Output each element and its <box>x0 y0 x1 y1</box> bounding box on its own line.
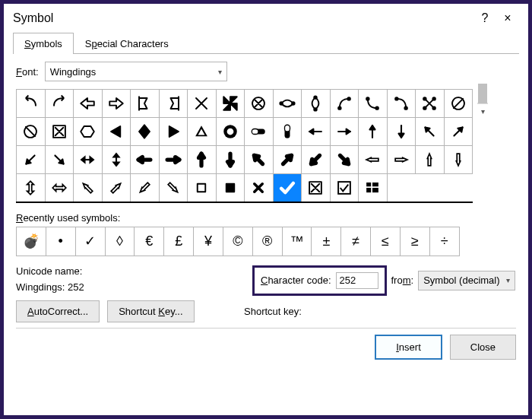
symbol-cell[interactable] <box>387 146 416 174</box>
recent-symbol-cell[interactable]: ™ <box>282 227 312 256</box>
symbol-cell[interactable] <box>45 90 74 118</box>
recent-symbol-cell[interactable]: ÷ <box>429 227 459 256</box>
symbol-cell[interactable] <box>302 118 331 146</box>
symbol-cell[interactable] <box>159 90 188 118</box>
symbol-cell[interactable] <box>330 118 359 146</box>
symbol-cell[interactable] <box>302 146 331 174</box>
symbol-cell[interactable] <box>74 146 103 174</box>
shortcut-key-label: Shortcut key: <box>244 306 516 317</box>
symbol-cell[interactable] <box>273 90 302 118</box>
symbol-cell[interactable] <box>74 118 103 146</box>
symbol-cell[interactable] <box>359 90 388 118</box>
recent-symbol-cell[interactable]: ≠ <box>341 227 371 256</box>
recent-symbol-cell[interactable]: ≥ <box>400 227 429 256</box>
from-dropdown[interactable]: Symbol (decimal) ▾ <box>418 271 515 290</box>
symbol-cell[interactable] <box>416 90 445 118</box>
symbol-cell[interactable] <box>359 118 388 146</box>
symbol-cell[interactable] <box>245 90 274 118</box>
symbol-cell[interactable] <box>330 146 359 174</box>
recent-symbol-cell[interactable]: © <box>223 227 252 256</box>
symbol-cell[interactable] <box>131 118 160 146</box>
symbol-cell[interactable] <box>330 90 359 118</box>
symbol-cell[interactable] <box>188 118 217 146</box>
symbol-grid[interactable] <box>16 89 473 203</box>
symbol-cell[interactable] <box>102 174 131 202</box>
recent-symbol-cell[interactable]: £ <box>164 227 194 256</box>
symbol-cell[interactable] <box>17 118 46 146</box>
symbol-cell[interactable] <box>387 90 416 118</box>
recent-symbol-cell[interactable]: ¥ <box>194 227 223 256</box>
scroll-down-icon[interactable]: ▾ <box>476 104 489 118</box>
symbol-cell[interactable] <box>302 174 331 202</box>
symbol-cell[interactable] <box>416 146 445 174</box>
symbol-cell[interactable] <box>273 118 302 146</box>
symbol-cell[interactable] <box>302 90 331 118</box>
symbol-cell[interactable] <box>159 146 188 174</box>
recent-symbol-cell[interactable]: ✓ <box>75 227 105 256</box>
symbol-cell[interactable] <box>330 174 359 202</box>
font-label: Font: <box>16 66 39 78</box>
symbol-cell[interactable] <box>102 146 131 174</box>
symbol-cell[interactable] <box>444 146 473 174</box>
recent-symbol-cell[interactable]: ® <box>252 227 282 256</box>
symbol-cell[interactable] <box>245 118 274 146</box>
recent-symbols-grid[interactable]: 💣•✓◊€£¥©®™±≠≤≥÷ <box>16 227 489 256</box>
svg-point-1 <box>292 102 295 105</box>
symbol-cell[interactable] <box>216 118 245 146</box>
recent-symbol-cell[interactable]: € <box>135 227 164 256</box>
symbol-cell[interactable] <box>159 174 188 202</box>
insert-button[interactable]: Insert <box>375 335 442 360</box>
symbol-cell[interactable] <box>17 174 46 202</box>
symbol-cell[interactable] <box>188 90 217 118</box>
symbol-cell[interactable] <box>45 174 74 202</box>
symbol-cell[interactable] <box>245 174 274 202</box>
symbol-cell[interactable] <box>74 90 103 118</box>
symbol-cell[interactable] <box>131 146 160 174</box>
symbol-cell[interactable] <box>359 174 388 202</box>
svg-point-9 <box>404 106 407 110</box>
svg-rect-43 <box>366 188 371 192</box>
symbol-cell[interactable] <box>216 90 245 118</box>
symbol-cell[interactable] <box>17 90 46 118</box>
symbol-cell[interactable] <box>216 146 245 174</box>
symbol-cell[interactable] <box>188 146 217 174</box>
symbol-cell[interactable] <box>245 146 274 174</box>
recent-symbol-cell[interactable]: ◊ <box>105 227 135 256</box>
scroll-thumb[interactable] <box>478 84 487 103</box>
symbol-cell[interactable] <box>416 118 445 146</box>
shortcut-key-button[interactable]: Shortcut Key... <box>107 300 194 322</box>
symbol-cell[interactable] <box>444 118 473 146</box>
grid-scrollbar[interactable]: ▴ ▾ <box>476 89 489 118</box>
symbol-cell[interactable] <box>45 118 74 146</box>
recent-symbol-cell[interactable]: 💣 <box>17 227 46 256</box>
symbol-cell[interactable] <box>131 90 160 118</box>
symbol-cell[interactable] <box>359 146 388 174</box>
recent-symbol-cell[interactable]: ≤ <box>371 227 401 256</box>
symbol-cell[interactable] <box>216 174 245 202</box>
symbol-cell[interactable] <box>273 174 302 202</box>
symbol-cell[interactable] <box>273 146 302 174</box>
symbol-cell[interactable] <box>387 118 416 146</box>
symbol-cell[interactable] <box>444 90 473 118</box>
recent-symbol-cell[interactable]: • <box>46 227 75 256</box>
symbol-cell[interactable] <box>188 174 217 202</box>
from-value: Symbol (decimal) <box>423 275 499 286</box>
symbol-cell[interactable] <box>17 146 46 174</box>
font-dropdown[interactable]: Wingdings ▾ <box>45 62 227 81</box>
svg-point-5 <box>347 97 350 100</box>
tab-special-characters[interactable]: Special Characters <box>74 33 180 54</box>
close-icon[interactable]: × <box>496 11 519 25</box>
symbol-cell[interactable] <box>131 174 160 202</box>
symbol-cell[interactable] <box>159 118 188 146</box>
recent-symbol-cell[interactable]: ± <box>312 227 341 256</box>
symbol-cell[interactable] <box>102 90 131 118</box>
help-icon[interactable]: ? <box>473 11 496 25</box>
character-code-input[interactable] <box>336 272 378 289</box>
unicode-name-label: Unicode name: <box>16 265 240 277</box>
symbol-cell[interactable] <box>45 146 74 174</box>
symbol-cell[interactable] <box>74 174 103 202</box>
close-button[interactable]: Close <box>450 335 516 360</box>
tab-symbols[interactable]: Symbols <box>13 33 74 54</box>
symbol-cell[interactable] <box>102 118 131 146</box>
autocorrect-button[interactable]: AutoCorrect... <box>16 300 100 322</box>
